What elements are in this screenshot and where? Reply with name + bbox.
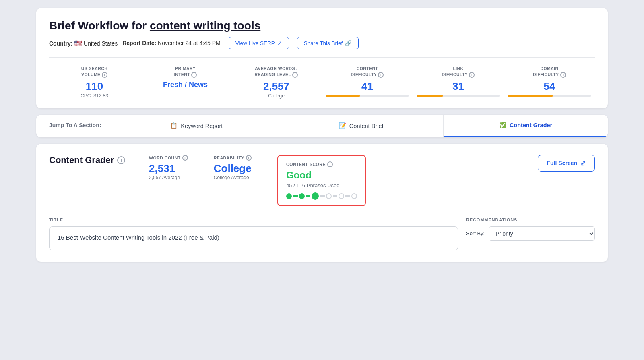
domain-difficulty-bar <box>508 95 591 97</box>
score-rating: Good <box>286 170 357 181</box>
word-count-metric: WORD COUNT i 2,531 2,557 Average <box>149 155 188 180</box>
stat-avg-words: AVERAGE WORDS /READING LEVEL i 2,557 Col… <box>231 66 322 99</box>
view-live-serp-button[interactable]: View Live SERP ↗ <box>229 37 289 49</box>
report-date-value: November 24 at 4:45 PM <box>158 40 221 46</box>
external-link-icon: ↗ <box>277 40 282 46</box>
title-section-label: TITLE: <box>49 217 458 222</box>
title-value-box: 16 Best Website Content Writing Tools in… <box>49 226 458 250</box>
fullscreen-icon: ⤢ <box>580 159 586 167</box>
title-keyword: content writing tools <box>150 19 260 32</box>
stat-primary-intent: PRIMARYINTENT i Fresh / News <box>140 66 231 99</box>
sort-row: Sort By: Priority A-Z Score <box>466 226 595 241</box>
readability-metric: READABILITY i College College Average <box>214 155 252 180</box>
stat-link-difficulty: LINKDIFFICULTY i 31 <box>413 66 504 99</box>
tab-content-brief[interactable]: 📝 Content Brief <box>279 115 444 137</box>
page-title: Brief Workflow for content writing tools <box>49 19 595 32</box>
stat-sub-avg-words: College <box>235 93 318 99</box>
content-difficulty-bar <box>326 95 409 97</box>
grader-title-text: Content Grader <box>49 155 114 166</box>
readability-sub: College Average <box>214 175 252 180</box>
report-date-meta: Report Date: November 24 at 4:45 PM <box>122 40 221 46</box>
stat-value-search-volume: 110 <box>53 81 136 91</box>
readability-value: College <box>214 163 252 174</box>
tab-content-grader[interactable]: ✅ Content Grader <box>444 115 608 137</box>
score-dot-3 <box>312 192 319 200</box>
score-line-5 <box>345 195 350 197</box>
readability-label: READABILITY i <box>214 155 252 161</box>
content-grader-card: Content Grader i WORD COUNT i 2,531 2,55… <box>36 144 608 262</box>
content-brief-icon: 📝 <box>339 122 346 129</box>
content-grader-label: Content Grader <box>510 122 552 128</box>
tab-keyword-report[interactable]: 📋 Keyword Report <box>114 115 279 137</box>
stat-value-link-difficulty: 31 <box>417 81 500 91</box>
stat-label-primary-intent: PRIMARYINTENT i <box>144 66 227 78</box>
fullscreen-label: Full Screen <box>547 160 577 166</box>
content-score-box: CONTENT SCORE i Good 45 / 116 Phrases Us… <box>277 155 366 206</box>
stat-label-avg-words: AVERAGE WORDS /READING LEVEL i <box>235 66 318 78</box>
score-line-2 <box>306 195 311 197</box>
search-volume-info-icon[interactable]: i <box>102 72 107 78</box>
stat-label-content-difficulty: CONTENTDIFFICULTY i <box>326 66 409 78</box>
recommendations-label: RECOMMENDATIONS: <box>466 217 595 222</box>
readability-info-icon[interactable]: i <box>246 155 252 161</box>
recommendations-section: RECOMMENDATIONS: Sort By: Priority A-Z S… <box>466 217 595 250</box>
content-difficulty-bar-fill <box>326 95 360 97</box>
score-dot-1 <box>286 193 292 199</box>
stat-value-avg-words: 2,557 <box>235 81 318 91</box>
score-phrases: 45 / 116 Phrases Used <box>286 182 357 188</box>
stat-value-primary-intent[interactable]: Fresh / News <box>144 81 227 88</box>
stat-content-difficulty: CONTENTDIFFICULTY i 41 <box>322 66 413 99</box>
metrics-group: WORD COUNT i 2,531 2,557 Average READABI… <box>149 155 518 206</box>
avg-words-info-icon[interactable]: i <box>292 72 298 78</box>
grader-info-icon[interactable]: i <box>117 156 125 164</box>
score-dot-6 <box>351 193 357 199</box>
full-screen-button[interactable]: Full Screen ⤢ <box>538 155 595 172</box>
word-count-info-icon[interactable]: i <box>182 155 188 161</box>
nav-tabs-card: Jump To A Section: 📋 Keyword Report 📝 Co… <box>36 115 608 137</box>
share-this-brief-button[interactable]: Share This Brief 🔗 <box>297 37 359 49</box>
sort-by-label: Sort By: <box>466 230 485 236</box>
jump-to-section-label: Jump To A Section: <box>36 115 114 137</box>
link-difficulty-info-icon[interactable]: i <box>469 72 475 78</box>
keyword-report-label: Keyword Report <box>181 123 223 129</box>
sort-select[interactable]: Priority A-Z Score <box>489 226 595 241</box>
share-brief-label: Share This Brief <box>304 40 343 46</box>
stat-label-search-volume: US SEARCHVOLUME i <box>53 66 136 78</box>
stats-row: US SEARCHVOLUME i 110 CPC: $12.83 PRIMAR… <box>49 57 595 99</box>
content-grader-icon: ✅ <box>499 122 506 129</box>
view-serp-label: View Live SERP <box>235 40 275 46</box>
content-grader-header: Content Grader i WORD COUNT i 2,531 2,55… <box>49 155 595 206</box>
score-line-3 <box>320 195 325 197</box>
stat-us-search-volume: US SEARCHVOLUME i 110 CPC: $12.83 <box>49 66 140 99</box>
content-score-info-icon[interactable]: i <box>327 161 333 167</box>
title-section: TITLE: 16 Best Website Content Writing T… <box>49 217 458 250</box>
header-card: Brief Workflow for content writing tools… <box>36 8 608 108</box>
content-difficulty-info-icon[interactable]: i <box>378 72 384 78</box>
header-meta: Country: 🇺🇸 United States Report Date: N… <box>49 37 595 49</box>
lower-section: TITLE: 16 Best Website Content Writing T… <box>49 217 595 250</box>
stat-value-domain-difficulty: 54 <box>508 81 591 91</box>
title-prefix: Brief Workflow for <box>49 19 150 32</box>
country-name: United States <box>84 40 118 47</box>
word-count-value: 2,531 <box>149 163 188 174</box>
keyword-report-icon: 📋 <box>170 122 178 129</box>
domain-difficulty-info-icon[interactable]: i <box>560 72 566 78</box>
country-label: Country: <box>49 40 72 47</box>
main-container: Brief Workflow for content writing tools… <box>36 8 608 262</box>
primary-intent-info-icon[interactable]: i <box>191 72 197 78</box>
link-difficulty-bar <box>417 95 500 97</box>
domain-difficulty-bar-fill <box>508 95 553 97</box>
grader-title: Content Grader i <box>49 155 130 166</box>
content-brief-label: Content Brief <box>349 123 384 129</box>
word-count-sub: 2,557 Average <box>149 175 188 180</box>
content-score-label: CONTENT SCORE i <box>286 161 357 167</box>
score-dot-4 <box>326 193 332 199</box>
stat-label-link-difficulty: LINKDIFFICULTY i <box>417 66 500 78</box>
share-icon: 🔗 <box>345 40 352 46</box>
stat-label-domain-difficulty: DOMAINDIFFICULTY i <box>508 66 591 78</box>
word-count-label: WORD COUNT i <box>149 155 188 161</box>
stat-sub-search-volume: CPC: $12.83 <box>53 93 136 99</box>
link-difficulty-bar-fill <box>417 95 443 97</box>
score-dot-2 <box>299 193 305 199</box>
score-line-4 <box>333 195 338 197</box>
